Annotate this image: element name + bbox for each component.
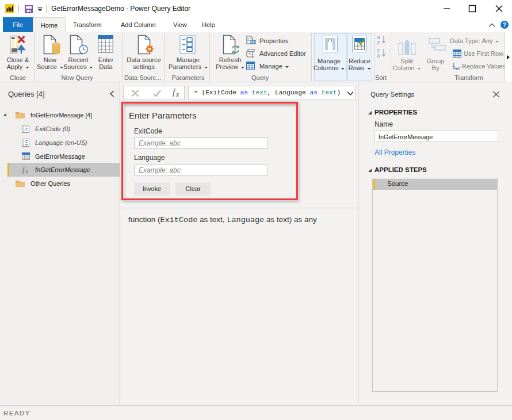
svg-text:?: ? (503, 21, 506, 28)
svg-text:1: 1 (452, 62, 455, 68)
svg-text:A: A (377, 53, 380, 59)
svg-text:Z: Z (377, 40, 380, 45)
svg-text:2: 2 (457, 66, 460, 70)
